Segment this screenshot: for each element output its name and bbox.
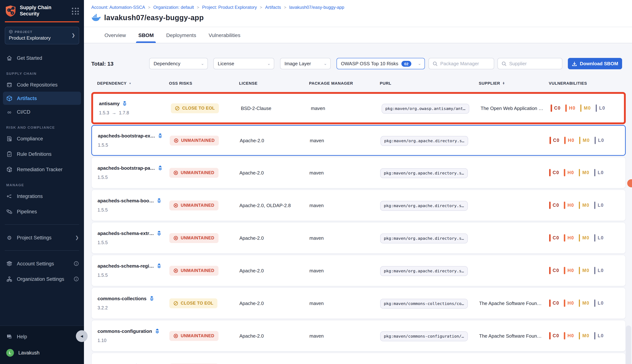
vulnerabilities-cell: C0 H0 M0 L0	[549, 169, 626, 176]
layers-icon[interactable]	[156, 230, 162, 236]
tab-sbom[interactable]: SBOM	[138, 27, 154, 43]
sidebar-item-cicd[interactable]: ∞ CI/CD	[0, 106, 84, 118]
sidebar-item-compliance[interactable]: Compliance	[0, 132, 84, 145]
vuln-count-c: C0	[549, 332, 559, 340]
table-row[interactable]: apacheds-bootstrap-pa… 1.5.5 UNMAINTAINE…	[91, 157, 626, 188]
breadcrumb-account[interactable]: Account: Automation-SSCA	[91, 5, 145, 10]
table-row[interactable]: antisamy 1.5.3 → 1.7.8 CLOSE TO EOL	[93, 94, 624, 122]
sidebar-item-project-settings[interactable]: ⚙ Project Settings ❯	[0, 231, 84, 244]
section-label-risk: RISK AND COMPLIANCE	[6, 125, 84, 130]
sidebar-item-rule-definitions[interactable]: Rule Definitions	[0, 148, 84, 160]
vuln-count-m: M0	[579, 267, 590, 274]
severity-bar	[594, 300, 596, 307]
layers-icon[interactable]	[158, 165, 163, 171]
vuln-count-l: L0	[594, 267, 604, 274]
tab-vulnerabilities[interactable]: Vulnerabilities	[208, 27, 240, 43]
breadcrumb-artifacts[interactable]: Artifacts	[265, 5, 281, 10]
vuln-count-m: M0	[580, 104, 591, 112]
vulnerabilities-cell: C0 H0 M0 L0	[549, 267, 626, 274]
sidebar-item-remediation-tracker[interactable]: Remediation Tracker	[0, 163, 84, 176]
license-cell: BSD-2-Clause	[241, 106, 311, 111]
severity-bar	[564, 137, 566, 144]
license-filter-dropdown[interactable]: License ⌄	[213, 58, 274, 69]
layers-icon[interactable]	[155, 328, 160, 334]
package-manager-cell: maven	[310, 138, 380, 143]
owasp-risks-filter-dropdown[interactable]: OWASP OSS Top 10 Risks 02 ⌄	[336, 58, 425, 69]
info-icon[interactable]	[74, 276, 79, 282]
layers-icon[interactable]	[156, 263, 162, 269]
table-row[interactable]: apacheds-schema-regi… 1.5.5 UNMAINTAINED	[91, 255, 626, 286]
sidebar-item-code-repositories[interactable]: Code Repositories	[0, 78, 84, 91]
package-manager-input[interactable]	[440, 61, 490, 66]
dependency-name: commons-collections	[98, 296, 146, 301]
project-name: Product Exploratory	[9, 35, 72, 41]
image-layer-filter-dropdown[interactable]: Image Layer ⌄	[280, 58, 331, 69]
chevron-down-icon: ⌄	[267, 61, 270, 66]
table-row[interactable]: apacheds-schema-extr… 1.5.5 UNMAINTAINED	[91, 222, 626, 254]
purl-pill[interactable]: pkg:maven/commons-collections/co…	[380, 299, 468, 309]
chevron-right-icon: ❯	[72, 32, 75, 38]
highlight-frame-blue: apacheds-bootstrap-ex… 1.5.5 UNMAINTAINE…	[91, 125, 626, 156]
breadcrumb-project[interactable]: Project: Product Exploratory	[202, 5, 257, 10]
vertical-scrollbar-thumb[interactable]	[626, 326, 631, 364]
purl-pill[interactable]: pkg:maven/org.owasp.antisamy/ant…	[382, 104, 469, 114]
user-menu[interactable]: L Lavakush	[0, 346, 84, 359]
sidebar-item-organization-settings[interactable]: Organization Settings	[0, 273, 84, 285]
vuln-count-l: L0	[594, 202, 604, 209]
column-header-dependency[interactable]: DEPENDENCY ▼	[97, 81, 169, 86]
sidebar-item-help[interactable]: ? Help	[0, 330, 84, 343]
download-sbom-button[interactable]: Download SBOM	[568, 58, 622, 69]
purl-pill[interactable]: pkg:maven/org.apache.directory.s…	[380, 201, 468, 211]
dependency-cell: antisamy 1.5.3 → 1.7.8	[99, 101, 171, 116]
project-selector[interactable]: PROJECT Product Exploratory ❯	[5, 27, 79, 44]
tab-overview[interactable]: Overview	[104, 27, 126, 43]
sidebar-item-integrations[interactable]: Integrations	[0, 190, 84, 202]
layers-icon[interactable]	[122, 101, 128, 106]
breadcrumb-organization[interactable]: Organization: default	[153, 5, 194, 10]
app-switcher-icon[interactable]	[72, 8, 79, 15]
info-icon[interactable]	[74, 261, 79, 266]
severity-bar	[579, 332, 580, 340]
table-row[interactable]: commons-configuration 1.10 UNMAINTAINED	[91, 320, 626, 352]
vuln-count-c: C0	[549, 267, 559, 274]
table-row[interactable]: apacheds-bootstrap-ex… 1.5.5 UNMAINTAINE…	[92, 126, 625, 155]
sidebar-divider	[5, 224, 79, 225]
package-manager-cell: maven	[311, 106, 382, 111]
severity-bar	[594, 137, 596, 144]
dependency-cell: apacheds-bootstrap-ex… 1.5.5	[98, 133, 170, 148]
table-row[interactable]: commons-collections 3.2.2 CLOSE TO EOL	[91, 288, 626, 319]
supplier-search[interactable]	[498, 58, 562, 69]
vuln-count-m: M0	[579, 332, 590, 340]
layers-icon[interactable]	[156, 198, 162, 204]
supplier-input[interactable]	[509, 61, 558, 66]
dependency-name: apacheds-schema-regi…	[98, 263, 154, 269]
sidebar-item-get-started[interactable]: Get Started	[0, 52, 84, 64]
layers-icon[interactable]	[158, 133, 163, 138]
dependency-cell: apacheds-schema-extr… 1.5.5	[98, 230, 169, 245]
package-manager-cell: maven	[310, 170, 380, 176]
severity-bar	[566, 104, 567, 112]
unmaintained-icon	[174, 138, 178, 143]
purl-pill[interactable]: pkg:maven/org.apache.directory.s…	[380, 168, 468, 178]
sidebar-item-artifacts[interactable]: Artifacts	[3, 92, 81, 105]
breadcrumb-current[interactable]: lavakush07/easy-buggy-app	[289, 5, 344, 10]
layers-icon[interactable]	[149, 296, 154, 301]
purl-pill[interactable]: pkg:maven/org.apache.directory.s…	[380, 136, 468, 146]
dependency-filter-dropdown[interactable]: Dependency ⌄	[149, 58, 208, 69]
purl-pill[interactable]: pkg:maven/commons-configuration/…	[380, 332, 468, 341]
column-header-supplier[interactable]: SUPPLIER ▲▼	[479, 81, 549, 86]
vuln-count-h: H0	[564, 267, 574, 274]
sidebar-collapse-handle[interactable]: ◀	[76, 330, 88, 342]
severity-bar	[564, 332, 565, 340]
sidebar-item-pipelines[interactable]: Pipelines	[0, 205, 84, 218]
oss-risk-badge: CLOSE TO EOL	[171, 103, 219, 113]
tab-deployments[interactable]: Deployments	[166, 27, 196, 43]
close-to-eol-icon	[175, 106, 180, 110]
purl-pill[interactable]: pkg:maven/org.apache.directory.s…	[380, 266, 468, 276]
table-row[interactable]: apacheds-schema-boo… 1.5.5 UNMAINTAINED	[91, 190, 626, 221]
supplier-cell: The Apache Software Foun…	[479, 300, 549, 306]
package-manager-search[interactable]	[428, 58, 494, 69]
sidebar-item-account-settings[interactable]: Account Settings	[0, 257, 84, 270]
purl-pill[interactable]: pkg:maven/org.apache.directory.s…	[380, 234, 468, 244]
table-row[interactable]: commons-lang UNMAINTAINED Apache-	[91, 353, 626, 364]
